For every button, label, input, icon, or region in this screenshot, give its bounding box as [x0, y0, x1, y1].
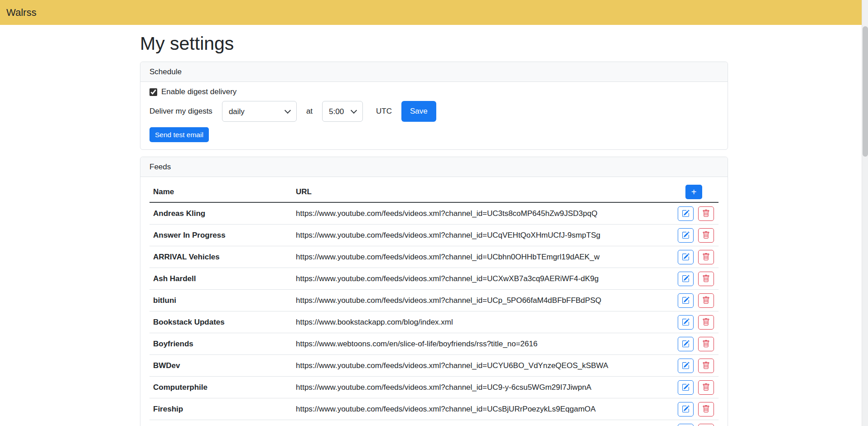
delete-feed-button[interactable] — [698, 293, 714, 308]
edit-feed-button[interactable] — [678, 380, 694, 395]
feed-url-cell: https://www.bookstackapp.com/blog/index.… — [292, 311, 641, 333]
delete-feed-button[interactable] — [698, 272, 714, 286]
feed-actions-cell — [641, 202, 719, 225]
table-row: Go Time https://changelog.com/gotime/fee… — [149, 420, 719, 426]
time-select-wrap: 5:00 — [322, 101, 363, 122]
table-row: Computerphile https://www.youtube.com/fe… — [149, 377, 719, 398]
column-header-name: Name — [149, 182, 292, 202]
edit-feed-button[interactable] — [678, 228, 694, 243]
edit-feed-button[interactable] — [678, 402, 694, 416]
feed-actions-cell — [641, 377, 719, 398]
feed-url-cell: https://changelog.com/gotime/feed — [292, 420, 641, 426]
table-row: bitluni https://www.youtube.com/feeds/vi… — [149, 290, 719, 311]
feed-name-cell: Answer In Progress — [149, 225, 292, 246]
feed-actions-cell — [641, 398, 719, 420]
edit-feed-button[interactable] — [678, 206, 694, 221]
feed-actions-cell — [641, 225, 719, 246]
trash-icon — [702, 340, 710, 348]
delete-feed-button[interactable] — [698, 380, 714, 395]
feed-name-cell: Computerphile — [149, 377, 292, 398]
feeds-card-body: Name URL + Andreas Kling https://www.you… — [140, 177, 728, 426]
feed-name-cell: Go Time — [149, 420, 292, 426]
feed-url-cell: https://www.youtube.com/feeds/videos.xml… — [292, 225, 641, 246]
edit-feed-button[interactable] — [678, 250, 694, 264]
delete-feed-button[interactable] — [698, 359, 714, 373]
feeds-table-body: Andreas Kling https://www.youtube.com/fe… — [149, 202, 719, 426]
brand-link[interactable]: Walrss — [6, 7, 36, 19]
pencil-square-icon — [682, 297, 690, 304]
feeds-table: Name URL + Andreas Kling https://www.you… — [149, 182, 719, 426]
feed-actions-cell — [641, 268, 719, 290]
scrollbar-thumb[interactable] — [863, 26, 868, 157]
delete-feed-button[interactable] — [698, 337, 714, 351]
edit-feed-button[interactable] — [678, 293, 694, 308]
feeds-table-head: Name URL + — [149, 182, 719, 202]
feed-url-cell: https://www.youtube.com/feeds/videos.xml… — [292, 355, 641, 377]
feed-url-cell: https://www.youtube.com/feeds/videos.xml… — [292, 290, 641, 311]
plus-icon: + — [691, 187, 697, 196]
delete-feed-button[interactable] — [698, 424, 714, 426]
vertical-scrollbar[interactable] — [862, 0, 868, 426]
frequency-select-wrap: daily — [222, 101, 297, 122]
feed-actions-cell — [641, 355, 719, 377]
delete-feed-button[interactable] — [698, 250, 714, 264]
feed-name-cell: Fireship — [149, 398, 292, 420]
feed-name-cell: bitluni — [149, 290, 292, 311]
feeds-card: Feeds Name URL + Andreas Kling https://w… — [140, 157, 728, 426]
table-row: Ash Hardell https://www.youtube.com/feed… — [149, 268, 719, 290]
feed-actions-cell — [641, 311, 719, 333]
timezone-label: UTC — [376, 107, 392, 116]
table-row: Answer In Progress https://www.youtube.c… — [149, 225, 719, 246]
delete-feed-button[interactable] — [698, 206, 714, 221]
pencil-square-icon — [682, 383, 690, 391]
table-row: Andreas Kling https://www.youtube.com/fe… — [149, 202, 719, 225]
edit-feed-button[interactable] — [678, 359, 694, 373]
enable-digest-row[interactable]: Enable digest delivery — [149, 87, 236, 96]
table-row: ARRIVAL Vehicles https://www.youtube.com… — [149, 246, 719, 268]
schedule-card: Schedule Enable digest delivery Deliver … — [140, 62, 728, 150]
delete-feed-button[interactable] — [698, 315, 714, 330]
frequency-select[interactable]: daily — [222, 101, 297, 122]
feed-url-cell: https://www.youtube.com/feeds/videos.xml… — [292, 268, 641, 290]
send-test-email-button[interactable]: Send test email — [149, 127, 209, 142]
edit-feed-button[interactable] — [678, 337, 694, 351]
feed-name-cell: BWDev — [149, 355, 292, 377]
enable-digest-checkbox[interactable] — [149, 88, 157, 96]
feed-actions-cell — [641, 333, 719, 355]
delete-feed-button[interactable] — [698, 402, 714, 416]
schedule-card-body: Enable digest delivery Deliver my digest… — [140, 82, 728, 149]
schedule-form-row: Deliver my digests daily at 5:00 UTC Sav… — [149, 101, 719, 122]
table-row: Fireship https://www.youtube.com/feeds/v… — [149, 398, 719, 420]
navbar: Walrss — [0, 0, 868, 25]
time-select[interactable]: 5:00 — [322, 101, 363, 122]
deliver-digests-label: Deliver my digests — [149, 107, 212, 116]
feed-url-cell: https://www.youtube.com/feeds/videos.xml… — [292, 398, 641, 420]
feed-actions-cell — [641, 420, 719, 426]
feed-name-cell: Ash Hardell — [149, 268, 292, 290]
pencil-square-icon — [682, 405, 690, 413]
feed-name-cell: ARRIVAL Vehicles — [149, 246, 292, 268]
pencil-square-icon — [682, 340, 690, 348]
column-header-url: URL — [292, 182, 641, 202]
edit-feed-button[interactable] — [678, 424, 694, 426]
trash-icon — [702, 297, 710, 304]
feed-name-cell: Bookstack Updates — [149, 311, 292, 333]
at-label: at — [306, 107, 313, 116]
edit-feed-button[interactable] — [678, 315, 694, 330]
trash-icon — [702, 318, 710, 326]
table-row: Boyfriends https://www.webtoons.com/en/s… — [149, 333, 719, 355]
feed-url-cell: https://www.youtube.com/feeds/videos.xml… — [292, 377, 641, 398]
feed-url-cell: https://www.youtube.com/feeds/videos.xml… — [292, 202, 641, 225]
feed-url-cell: https://www.webtoons.com/en/slice-of-lif… — [292, 333, 641, 355]
trash-icon — [702, 405, 710, 413]
pencil-square-icon — [682, 231, 690, 239]
feed-name-cell: Andreas Kling — [149, 202, 292, 225]
table-row: BWDev https://www.youtube.com/feeds/vide… — [149, 355, 719, 377]
add-feed-button[interactable]: + — [685, 185, 702, 199]
edit-feed-button[interactable] — [678, 272, 694, 286]
delete-feed-button[interactable] — [698, 228, 714, 243]
enable-digest-label: Enable digest delivery — [161, 87, 236, 96]
save-button[interactable]: Save — [401, 101, 436, 122]
pencil-square-icon — [682, 318, 690, 326]
table-row: Bookstack Updates https://www.bookstacka… — [149, 311, 719, 333]
